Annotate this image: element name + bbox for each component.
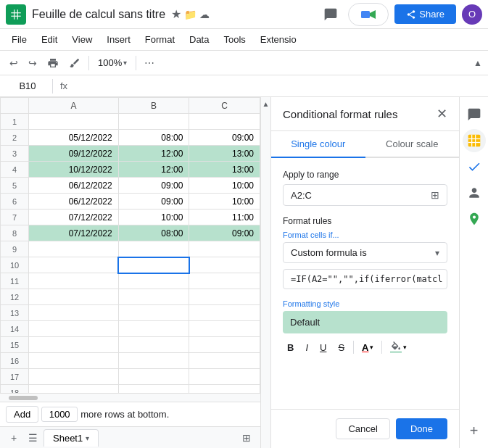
cancel-button[interactable]: Cancel bbox=[336, 418, 389, 439]
cell-reference-input[interactable] bbox=[6, 78, 49, 94]
side-add-icon[interactable]: + bbox=[463, 419, 486, 442]
horizontal-scrollbar[interactable] bbox=[0, 393, 260, 402]
cell-c16[interactable] bbox=[189, 353, 260, 369]
cell-a3[interactable]: 09/12/2022 bbox=[29, 146, 119, 162]
cell-a14[interactable] bbox=[29, 321, 119, 337]
cell-a9[interactable] bbox=[29, 241, 119, 257]
cell-b14[interactable] bbox=[118, 321, 189, 337]
cell-b3[interactable]: 12:00 bbox=[118, 146, 189, 162]
cell-c8[interactable]: 09:00 bbox=[189, 225, 260, 241]
cell-b5[interactable]: 09:00 bbox=[118, 178, 189, 194]
tab-explore-button[interactable]: ⊞ bbox=[239, 430, 255, 446]
side-maps-icon[interactable] bbox=[463, 207, 486, 231]
cell-c1[interactable] bbox=[189, 114, 260, 130]
cell-a16[interactable] bbox=[29, 353, 119, 369]
cell-c4[interactable]: 13:00 bbox=[189, 162, 260, 178]
cell-c13[interactable] bbox=[189, 305, 260, 321]
redo-button[interactable]: ↪ bbox=[25, 55, 41, 71]
menu-data[interactable]: Data bbox=[183, 32, 215, 47]
tab-colour-scale[interactable]: Colour scale bbox=[365, 131, 460, 157]
underline-button[interactable]: U bbox=[315, 340, 331, 355]
cell-b2[interactable]: 08:00 bbox=[118, 130, 189, 146]
cell-c12[interactable] bbox=[189, 289, 260, 305]
undo-button[interactable]: ↩ bbox=[6, 55, 22, 71]
menu-format[interactable]: Format bbox=[139, 32, 181, 47]
tab-single-colour[interactable]: Single colour bbox=[271, 131, 365, 158]
cell-b15[interactable] bbox=[118, 337, 189, 353]
cell-a8[interactable]: 07/12/2022 bbox=[29, 225, 119, 241]
paint-button[interactable] bbox=[65, 55, 84, 71]
cell-c5[interactable]: 10:00 bbox=[189, 178, 260, 194]
star-icon[interactable]: ★ bbox=[171, 7, 181, 21]
cell-b13[interactable] bbox=[118, 305, 189, 321]
cell-b6[interactable]: 09:00 bbox=[118, 194, 189, 210]
cell-a12[interactable] bbox=[29, 289, 119, 305]
cell-a4[interactable]: 10/12/2022 bbox=[29, 162, 119, 178]
cell-b18[interactable] bbox=[118, 385, 189, 394]
range-value[interactable]: A2:C bbox=[291, 190, 431, 201]
cell-b7[interactable]: 10:00 bbox=[118, 210, 189, 225]
cell-a1[interactable] bbox=[29, 114, 119, 130]
cell-a2[interactable]: 05/12/2022 bbox=[29, 130, 119, 146]
share-button[interactable]: Share bbox=[394, 4, 456, 24]
side-contacts-icon[interactable] bbox=[463, 181, 486, 204]
col-header-c[interactable]: C bbox=[189, 98, 260, 114]
cell-b17[interactable] bbox=[118, 369, 189, 385]
menu-insert[interactable]: Insert bbox=[101, 32, 136, 47]
tab-add-button[interactable]: + bbox=[6, 430, 22, 446]
formula-input-box[interactable]: =IF(A2="","",if(iferror(matcl bbox=[283, 269, 447, 289]
zoom-selector[interactable]: 100% ▾ bbox=[94, 56, 131, 70]
more-button[interactable]: ⋯ bbox=[141, 55, 158, 71]
folder-icon[interactable]: 📁 bbox=[184, 9, 197, 20]
cell-c7[interactable]: 11:00 bbox=[189, 210, 260, 225]
add-rows-button[interactable]: Add bbox=[6, 406, 38, 423]
menu-extensions[interactable]: Extensio bbox=[255, 32, 302, 47]
menu-edit[interactable]: Edit bbox=[36, 32, 63, 47]
menu-file[interactable]: File bbox=[6, 32, 33, 47]
cell-b8[interactable]: 08:00 bbox=[118, 225, 189, 241]
side-tasks-icon[interactable] bbox=[463, 155, 486, 178]
cell-c2[interactable]: 09:00 bbox=[189, 130, 260, 146]
user-avatar[interactable]: O bbox=[462, 4, 482, 25]
cell-c11[interactable] bbox=[189, 273, 260, 289]
meet-button[interactable] bbox=[348, 3, 389, 26]
cell-b4[interactable]: 12:00 bbox=[118, 162, 189, 178]
font-color-button[interactable]: A ▾ bbox=[358, 340, 377, 355]
sheet1-tab[interactable]: Sheet1 ▾ bbox=[44, 429, 99, 447]
bold-button[interactable]: B bbox=[283, 340, 298, 355]
formula-input[interactable] bbox=[75, 80, 482, 91]
cell-b11[interactable] bbox=[118, 273, 189, 289]
cell-c10[interactable] bbox=[189, 257, 260, 273]
done-button[interactable]: Done bbox=[396, 418, 447, 439]
side-chat-icon[interactable] bbox=[463, 103, 486, 126]
cell-b10[interactable] bbox=[118, 257, 189, 273]
cell-b12[interactable] bbox=[118, 289, 189, 305]
cell-a15[interactable] bbox=[29, 337, 119, 353]
comment-button[interactable] bbox=[319, 3, 342, 26]
cell-a18[interactable] bbox=[29, 385, 119, 394]
menu-view[interactable]: View bbox=[66, 32, 98, 47]
cell-b1[interactable] bbox=[118, 114, 189, 130]
cf-close-button[interactable]: ✕ bbox=[437, 106, 447, 122]
cell-a11[interactable] bbox=[29, 273, 119, 289]
cell-c14[interactable] bbox=[189, 321, 260, 337]
cell-a13[interactable] bbox=[29, 305, 119, 321]
cell-c9[interactable] bbox=[189, 241, 260, 257]
cloud-icon[interactable]: ☁ bbox=[199, 9, 210, 20]
cell-c15[interactable] bbox=[189, 337, 260, 353]
cell-c6[interactable]: 10:00 bbox=[189, 194, 260, 210]
strikethrough-button[interactable]: S bbox=[334, 340, 349, 355]
scroll-up-arrow[interactable]: ▲ bbox=[262, 100, 270, 108]
cell-c3[interactable]: 13:00 bbox=[189, 146, 260, 162]
cell-a6[interactable]: 06/12/2022 bbox=[29, 194, 119, 210]
collapse-toolbar-button[interactable]: ▲ bbox=[473, 58, 482, 68]
cell-b9[interactable] bbox=[118, 241, 189, 257]
cell-c17[interactable] bbox=[189, 369, 260, 385]
col-header-a[interactable]: A bbox=[29, 98, 119, 114]
col-header-b[interactable]: B bbox=[118, 98, 189, 114]
print-button[interactable] bbox=[44, 55, 62, 71]
format-condition-dropdown[interactable]: Custom formula is ▾ bbox=[283, 242, 447, 263]
cell-c18[interactable] bbox=[189, 385, 260, 394]
menu-tools[interactable]: Tools bbox=[218, 32, 251, 47]
cell-a10[interactable] bbox=[29, 257, 119, 273]
